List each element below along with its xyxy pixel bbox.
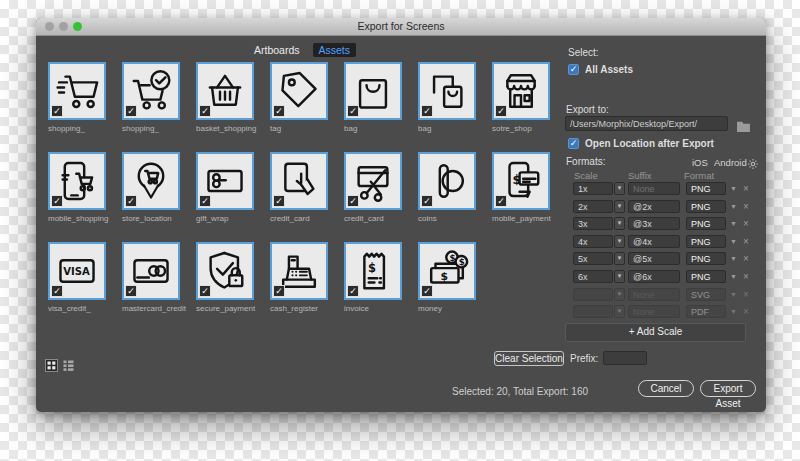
asset-tile[interactable]: ✓ tag (270, 62, 328, 120)
asset-checkbox[interactable]: ✓ (51, 195, 63, 207)
title-bar[interactable]: Export for Screens (36, 18, 766, 36)
format-select[interactable]: PNG (686, 182, 726, 195)
format-chevron-icon[interactable]: ▼ (730, 273, 737, 280)
suffix-input[interactable]: @6x (628, 270, 680, 283)
asset-checkbox[interactable]: ✓ (125, 105, 137, 117)
format-select[interactable]: PNG (686, 217, 726, 230)
export-path-input[interactable] (565, 116, 728, 131)
suffix-input[interactable]: @5x (628, 252, 680, 265)
add-scale-button[interactable]: + Add Scale (565, 323, 746, 342)
asset-tile[interactable]: $ ✓ invoice (344, 242, 402, 300)
asset-checkbox[interactable]: ✓ (347, 105, 359, 117)
scale-dropdown-icon[interactable]: ▼ (614, 182, 625, 195)
asset-checkbox[interactable]: ✓ (273, 285, 285, 297)
asset-checkbox[interactable]: ✓ (347, 285, 359, 297)
format-chevron-icon[interactable]: ▼ (730, 203, 737, 210)
format-chevron-icon[interactable]: ▼ (730, 220, 737, 227)
suffix-input[interactable]: None (628, 305, 680, 318)
scale-select[interactable]: 5x (573, 252, 613, 265)
asset-checkbox[interactable]: ✓ (273, 195, 285, 207)
scale-select[interactable] (573, 305, 613, 318)
asset-tile[interactable]: ✓ credit_card (344, 152, 402, 210)
remove-row-icon[interactable]: × (743, 288, 749, 301)
asset-checkbox[interactable]: ✓ (199, 285, 211, 297)
export-asset-button[interactable]: Export Asset (700, 380, 756, 397)
asset-tile[interactable]: $ ✓ mobile_payment (492, 152, 550, 210)
grid-view-toggle[interactable] (45, 358, 58, 371)
asset-tile[interactable]: VISA ✓ visa_credit_ (48, 242, 106, 300)
scale-select[interactable]: 4x (573, 235, 613, 248)
asset-tile[interactable]: ✓ shopping_ (122, 62, 180, 120)
remove-row-icon[interactable]: × (743, 252, 749, 265)
asset-checkbox[interactable]: ✓ (125, 285, 137, 297)
asset-checkbox[interactable]: ✓ (51, 285, 63, 297)
asset-tile[interactable]: ✓ credit_card (270, 152, 328, 210)
format-chevron-icon[interactable]: ▼ (730, 238, 737, 245)
list-view-toggle[interactable] (62, 358, 75, 371)
asset-tile[interactable]: $$$ ✓ money (418, 242, 476, 300)
tab-artboards[interactable]: Artboards (248, 43, 306, 57)
all-assets-checkbox[interactable]: ✓ (568, 64, 579, 75)
asset-tile[interactable]: ✓ coins (418, 152, 476, 210)
asset-checkbox[interactable]: ✓ (421, 195, 433, 207)
scale-select[interactable]: 6x (573, 270, 613, 283)
asset-checkbox[interactable]: ✓ (273, 105, 285, 117)
preset-android-link[interactable]: Android (714, 157, 747, 168)
format-select[interactable]: PNG (686, 270, 726, 283)
asset-tile[interactable]: ✓ secure_payment (196, 242, 254, 300)
suffix-input[interactable]: None (628, 288, 680, 301)
format-select[interactable]: SVG (686, 288, 726, 301)
asset-checkbox[interactable]: ✓ (421, 285, 433, 297)
tab-assets[interactable]: Assets (313, 43, 357, 57)
remove-row-icon[interactable]: × (743, 217, 749, 230)
scale-select[interactable]: 2x (573, 200, 613, 213)
clear-selection-button[interactable]: Clear Selection (494, 351, 564, 366)
suffix-input[interactable]: @4x (628, 235, 680, 248)
asset-tile[interactable]: ✓ bag (418, 62, 476, 120)
asset-checkbox[interactable]: ✓ (199, 195, 211, 207)
scale-select[interactable] (573, 288, 613, 301)
asset-checkbox[interactable]: ✓ (199, 105, 211, 117)
asset-checkbox[interactable]: ✓ (347, 195, 359, 207)
scale-select[interactable]: 1x (573, 182, 613, 195)
format-select[interactable]: PNG (686, 235, 726, 248)
scale-select[interactable]: 3x (573, 217, 613, 230)
asset-tile[interactable]: ✓ bag (344, 62, 402, 120)
format-chevron-icon[interactable]: ▼ (730, 291, 737, 298)
scale-dropdown-icon[interactable]: ▼ (614, 270, 625, 283)
asset-tile[interactable]: ✓ cash_register (270, 242, 328, 300)
cancel-button[interactable]: Cancel (638, 380, 694, 397)
asset-checkbox[interactable]: ✓ (125, 195, 137, 207)
asset-tile[interactable]: ✓ store_location (122, 152, 180, 210)
asset-tile[interactable]: ✓ shopping_ (48, 62, 106, 120)
asset-checkbox[interactable]: ✓ (421, 105, 433, 117)
scale-dropdown-icon[interactable]: ▼ (614, 305, 625, 318)
format-chevron-icon[interactable]: ▼ (730, 255, 737, 262)
asset-checkbox[interactable]: ✓ (495, 105, 507, 117)
suffix-input[interactable]: @2x (628, 200, 680, 213)
scale-dropdown-icon[interactable]: ▼ (614, 235, 625, 248)
format-chevron-icon[interactable]: ▼ (730, 308, 737, 315)
asset-checkbox[interactable]: ✓ (51, 105, 63, 117)
prefix-input[interactable] (603, 351, 647, 365)
asset-tile[interactable]: ✓ sotre_shop (492, 62, 550, 120)
remove-row-icon[interactable]: × (743, 270, 749, 283)
suffix-input[interactable]: None (628, 182, 680, 195)
format-select[interactable]: PDF (686, 305, 726, 318)
format-select[interactable]: PNG (686, 252, 726, 265)
remove-row-icon[interactable]: × (743, 305, 749, 318)
folder-icon[interactable] (736, 118, 751, 136)
scale-dropdown-icon[interactable]: ▼ (614, 217, 625, 230)
asset-tile[interactable]: ✓ mobile_shopping (48, 152, 106, 210)
preset-ios-link[interactable]: iOS (692, 157, 708, 168)
asset-checkbox[interactable]: ✓ (495, 195, 507, 207)
suffix-input[interactable]: @3x (628, 217, 680, 230)
format-settings-gear-icon[interactable] (747, 156, 759, 174)
format-chevron-icon[interactable]: ▼ (730, 185, 737, 192)
remove-row-icon[interactable]: × (743, 235, 749, 248)
scale-dropdown-icon[interactable]: ▼ (614, 252, 625, 265)
asset-tile[interactable]: ✓ gift_wrap (196, 152, 254, 210)
open-location-checkbox[interactable]: ✓ (568, 138, 579, 149)
remove-row-icon[interactable]: × (743, 200, 749, 213)
scale-dropdown-icon[interactable]: ▼ (614, 288, 625, 301)
